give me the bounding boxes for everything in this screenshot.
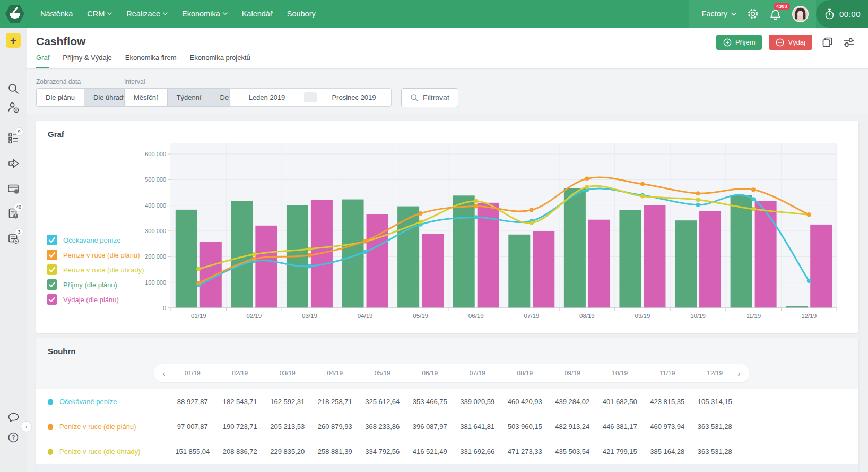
legend-checkbox[interactable] bbox=[47, 279, 57, 290]
payments-button[interactable] bbox=[0, 182, 27, 195]
bar-expense-05/19[interactable] bbox=[422, 234, 444, 308]
data-point-09/19[interactable] bbox=[640, 182, 645, 186]
data-point-04/19[interactable] bbox=[363, 250, 367, 254]
summary-month-03-19[interactable]: 03/19 bbox=[264, 370, 311, 377]
summary-month-09-19[interactable]: 09/19 bbox=[549, 370, 596, 377]
summary-month-02-19[interactable]: 02/19 bbox=[216, 370, 264, 377]
notifications-button[interactable]: 4303 bbox=[769, 7, 782, 20]
sidebar-expand-button[interactable]: › bbox=[21, 421, 32, 432]
data-point-06/19[interactable] bbox=[474, 199, 478, 203]
view-settings-button[interactable] bbox=[843, 36, 855, 48]
bar-expense-09/19[interactable] bbox=[644, 205, 665, 308]
data-point-10/19[interactable] bbox=[696, 198, 700, 202]
data-point-02/19[interactable] bbox=[252, 252, 256, 256]
months-prev-button[interactable]: ‹ bbox=[155, 364, 173, 382]
summary-month-07-19[interactable]: 07/19 bbox=[454, 370, 501, 377]
legend-checkbox[interactable] bbox=[47, 250, 57, 260]
bar-expense-12/19[interactable] bbox=[810, 225, 832, 308]
legend-item[interactable]: Výdaje (dle plánu) bbox=[47, 294, 144, 305]
date-from[interactable]: Leden 2019 bbox=[230, 93, 304, 101]
bar-income-07/19[interactable] bbox=[508, 235, 530, 308]
legend-item[interactable]: Peníze v ruce (dle plánu) bbox=[47, 250, 144, 260]
date-to[interactable]: Prosinec 2019 bbox=[317, 93, 391, 101]
data-point-02/19[interactable] bbox=[252, 257, 256, 261]
bar-income-10/19[interactable] bbox=[675, 220, 697, 308]
bar-expense-02/19[interactable] bbox=[255, 226, 277, 308]
interval-option-týdenní[interactable]: Týdenní bbox=[168, 89, 211, 106]
summary-month-04-19[interactable]: 04/19 bbox=[311, 370, 359, 377]
tasks-button[interactable]: 9 bbox=[0, 132, 27, 144]
summary-month-10-19[interactable]: 10/19 bbox=[596, 370, 644, 377]
events-button[interactable]: 3 bbox=[0, 232, 27, 245]
data-point-01/19[interactable] bbox=[196, 281, 201, 285]
data-point-07/19[interactable] bbox=[530, 221, 534, 225]
app-logo[interactable] bbox=[0, 0, 30, 28]
help-button[interactable]: ? bbox=[0, 431, 27, 444]
data-point-04/19[interactable] bbox=[363, 239, 367, 243]
tab-p--jmy---v-daje[interactable]: Příjmy & Výdaje bbox=[63, 49, 111, 68]
summary-row-header[interactable]: Peníze v ruce (dle plánu) bbox=[48, 414, 136, 439]
data-point-03/19[interactable] bbox=[307, 264, 311, 268]
legend-item[interactable]: Očekávané peníze bbox=[47, 235, 144, 245]
nav-item-crm[interactable]: CRM bbox=[87, 10, 112, 18]
data-point-11/19[interactable] bbox=[751, 187, 756, 192]
summary-row-header[interactable]: Peníze v ruce (dle úhrady) bbox=[48, 439, 140, 464]
filter-button[interactable]: Filtrovat bbox=[401, 88, 458, 107]
bar-expense-11/19[interactable] bbox=[755, 201, 777, 308]
bar-expense-07/19[interactable] bbox=[533, 231, 554, 308]
user-avatar[interactable] bbox=[792, 6, 809, 22]
data-point-05/19[interactable] bbox=[419, 220, 423, 224]
bar-income-09/19[interactable] bbox=[619, 210, 641, 308]
data-point-08/19[interactable] bbox=[585, 176, 589, 181]
summary-month-08-19[interactable]: 08/19 bbox=[501, 370, 549, 377]
summary-row-header[interactable]: Očekávané peníze bbox=[48, 389, 117, 414]
data-point-05/19[interactable] bbox=[419, 211, 423, 216]
nav-item-realizace[interactable]: Realizace bbox=[126, 10, 168, 18]
add-income-button[interactable]: Příjem bbox=[716, 35, 762, 50]
nav-item-soubory[interactable]: Soubory bbox=[287, 10, 316, 18]
search-button[interactable] bbox=[0, 82, 27, 96]
time-tracker[interactable]: 00:00 bbox=[816, 0, 868, 28]
interval-option-měsíční[interactable]: Měsíční bbox=[125, 89, 168, 106]
legend-checkbox[interactable] bbox=[47, 235, 57, 245]
data-point-06/19[interactable] bbox=[474, 215, 478, 219]
quick-add-button[interactable]: + bbox=[6, 33, 21, 48]
summary-month-11-19[interactable]: 11/19 bbox=[644, 370, 691, 377]
approvals-button[interactable] bbox=[0, 157, 27, 170]
summary-month-01-19[interactable]: 01/19 bbox=[169, 370, 216, 377]
legend-item[interactable]: Příjmy (dle plánu) bbox=[47, 279, 144, 290]
summary-month-06-19[interactable]: 06/19 bbox=[406, 370, 454, 377]
data-point-11/19[interactable] bbox=[751, 197, 756, 201]
workspace-switcher[interactable]: Factory bbox=[702, 10, 736, 18]
documents-button[interactable]: ! 40 bbox=[0, 207, 27, 220]
tab-ekonomika-firem[interactable]: Ekonomika firem bbox=[125, 49, 177, 68]
tab-graf[interactable]: Graf bbox=[36, 49, 49, 68]
nav-item-kalend[interactable]: Kalendář bbox=[242, 10, 273, 18]
add-contact-button[interactable] bbox=[0, 101, 27, 114]
cashflow-chart[interactable]: 0100 000200 000300 000400 000500 000600 … bbox=[36, 121, 858, 333]
display-option-dleplánu[interactable]: Dle plánu bbox=[37, 89, 84, 106]
data-point-10/19[interactable] bbox=[696, 203, 700, 207]
data-point-03/19[interactable] bbox=[307, 247, 311, 251]
data-point-10/19[interactable] bbox=[696, 191, 700, 195]
bar-income-01/19[interactable] bbox=[176, 210, 197, 308]
data-point-09/19[interactable] bbox=[640, 194, 645, 199]
data-point-06/19[interactable] bbox=[474, 204, 478, 209]
bar-expense-04/19[interactable] bbox=[367, 214, 388, 308]
legend-checkbox[interactable] bbox=[47, 294, 57, 305]
data-point-07/19[interactable] bbox=[530, 208, 534, 212]
data-point-01/19[interactable] bbox=[196, 267, 201, 271]
bar-expense-08/19[interactable] bbox=[588, 220, 610, 308]
add-expense-button[interactable]: Výdaj bbox=[769, 35, 812, 50]
data-point-11/19[interactable] bbox=[751, 207, 756, 211]
data-point-12/19[interactable] bbox=[807, 212, 811, 217]
legend-checkbox[interactable] bbox=[47, 264, 57, 275]
bar-income-08/19[interactable] bbox=[564, 188, 586, 308]
data-point-08/19[interactable] bbox=[585, 185, 589, 189]
duplicate-view-button[interactable] bbox=[821, 36, 834, 48]
settings-button[interactable] bbox=[747, 8, 759, 20]
nav-item-nstnka[interactable]: Nástěnka bbox=[40, 10, 73, 18]
data-point-03/19[interactable] bbox=[307, 253, 311, 258]
data-point-12/19[interactable] bbox=[807, 279, 811, 283]
tab-ekonomika-projekt-[interactable]: Ekonomika projektů bbox=[190, 49, 250, 68]
